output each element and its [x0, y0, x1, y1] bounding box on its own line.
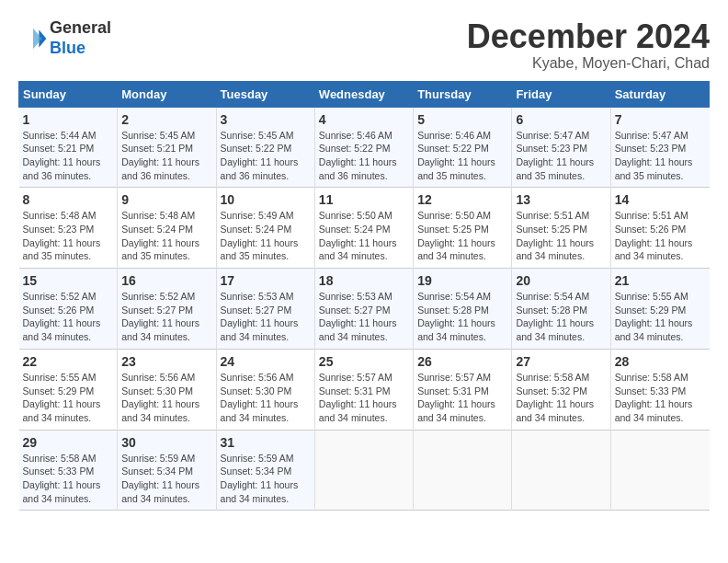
day-number: 8 — [23, 192, 114, 207]
day-number: 12 — [417, 192, 507, 207]
calendar-cell: 20Sunrise: 5:54 AM Sunset: 5:28 PM Dayli… — [512, 269, 610, 350]
calendar-cell: 23Sunrise: 5:56 AM Sunset: 5:30 PM Dayli… — [118, 349, 216, 430]
calendar-cell: 12Sunrise: 5:50 AM Sunset: 5:25 PM Dayli… — [414, 188, 512, 269]
day-info: Sunrise: 5:52 AM Sunset: 5:27 PM Dayligh… — [121, 290, 211, 344]
day-info: Sunrise: 5:50 AM Sunset: 5:25 PM Dayligh… — [417, 209, 507, 263]
day-header-wednesday: Wednesday — [314, 81, 413, 107]
day-number: 2 — [121, 112, 211, 127]
calendar-cell: 4Sunrise: 5:46 AM Sunset: 5:22 PM Daylig… — [314, 107, 413, 188]
day-number: 25 — [319, 354, 409, 369]
day-info: Sunrise: 5:45 AM Sunset: 5:22 PM Dayligh… — [221, 129, 311, 183]
logo-blue: Blue — [50, 39, 111, 59]
day-number: 20 — [516, 273, 606, 288]
day-number: 19 — [417, 273, 507, 288]
day-number: 18 — [319, 273, 409, 288]
week-row-1: 1Sunrise: 5:44 AM Sunset: 5:21 PM Daylig… — [19, 107, 710, 188]
calendar-cell: 25Sunrise: 5:57 AM Sunset: 5:31 PM Dayli… — [314, 349, 413, 430]
day-info: Sunrise: 5:58 AM Sunset: 5:33 PM Dayligh… — [23, 452, 114, 506]
calendar-cell: 15Sunrise: 5:52 AM Sunset: 5:26 PM Dayli… — [19, 269, 118, 350]
calendar-cell: 11Sunrise: 5:50 AM Sunset: 5:24 PM Dayli… — [314, 188, 413, 269]
location: Kyabe, Moyen-Chari, Chad — [467, 55, 710, 72]
day-number: 28 — [615, 354, 706, 369]
calendar-cell: 8Sunrise: 5:48 AM Sunset: 5:23 PM Daylig… — [19, 188, 118, 269]
day-number: 17 — [221, 273, 311, 288]
day-info: Sunrise: 5:57 AM Sunset: 5:31 PM Dayligh… — [417, 371, 507, 425]
calendar-cell: 26Sunrise: 5:57 AM Sunset: 5:31 PM Dayli… — [414, 349, 512, 430]
day-info: Sunrise: 5:51 AM Sunset: 5:25 PM Dayligh… — [516, 209, 606, 263]
calendar-cell: 17Sunrise: 5:53 AM Sunset: 5:27 PM Dayli… — [216, 269, 314, 350]
month-title: December 2024 — [467, 18, 710, 55]
day-number: 4 — [319, 112, 409, 127]
calendar-cell: 29Sunrise: 5:58 AM Sunset: 5:33 PM Dayli… — [19, 430, 118, 511]
day-info: Sunrise: 5:46 AM Sunset: 5:22 PM Dayligh… — [319, 129, 409, 183]
calendar-cell: 16Sunrise: 5:52 AM Sunset: 5:27 PM Dayli… — [118, 269, 216, 350]
day-info: Sunrise: 5:47 AM Sunset: 5:23 PM Dayligh… — [615, 129, 706, 183]
calendar-cell: 27Sunrise: 5:58 AM Sunset: 5:32 PM Dayli… — [512, 349, 610, 430]
day-info: Sunrise: 5:48 AM Sunset: 5:23 PM Dayligh… — [23, 209, 114, 263]
day-info: Sunrise: 5:56 AM Sunset: 5:30 PM Dayligh… — [121, 371, 211, 425]
week-row-4: 22Sunrise: 5:55 AM Sunset: 5:29 PM Dayli… — [19, 349, 710, 430]
calendar-cell: 22Sunrise: 5:55 AM Sunset: 5:29 PM Dayli… — [19, 349, 118, 430]
day-info: Sunrise: 5:55 AM Sunset: 5:29 PM Dayligh… — [615, 290, 706, 344]
day-number: 26 — [417, 354, 507, 369]
calendar-cell: 21Sunrise: 5:55 AM Sunset: 5:29 PM Dayli… — [610, 269, 709, 350]
calendar-cell: 31Sunrise: 5:59 AM Sunset: 5:34 PM Dayli… — [216, 430, 314, 511]
calendar-cell: 10Sunrise: 5:49 AM Sunset: 5:24 PM Dayli… — [216, 188, 314, 269]
week-row-5: 29Sunrise: 5:58 AM Sunset: 5:33 PM Dayli… — [19, 430, 710, 511]
week-row-2: 8Sunrise: 5:48 AM Sunset: 5:23 PM Daylig… — [19, 188, 710, 269]
day-info: Sunrise: 5:44 AM Sunset: 5:21 PM Dayligh… — [23, 129, 114, 183]
header-row: SundayMondayTuesdayWednesdayThursdayFrid… — [19, 81, 710, 107]
day-info: Sunrise: 5:59 AM Sunset: 5:34 PM Dayligh… — [121, 452, 211, 506]
day-info: Sunrise: 5:53 AM Sunset: 5:27 PM Dayligh… — [221, 290, 311, 344]
day-info: Sunrise: 5:49 AM Sunset: 5:24 PM Dayligh… — [221, 209, 311, 263]
calendar-cell: 9Sunrise: 5:48 AM Sunset: 5:24 PM Daylig… — [118, 188, 216, 269]
day-number: 1 — [23, 112, 114, 127]
title-block: December 2024 Kyabe, Moyen-Chari, Chad — [467, 18, 710, 72]
svg-marker-1 — [33, 28, 42, 48]
day-info: Sunrise: 5:58 AM Sunset: 5:33 PM Dayligh… — [615, 371, 706, 425]
day-header-thursday: Thursday — [414, 81, 512, 107]
page-header: General Blue December 2024 Kyabe, Moyen-… — [18, 18, 710, 72]
calendar-cell: 13Sunrise: 5:51 AM Sunset: 5:25 PM Dayli… — [512, 188, 610, 269]
day-number: 3 — [221, 112, 311, 127]
day-header-monday: Monday — [118, 81, 216, 107]
day-info: Sunrise: 5:50 AM Sunset: 5:24 PM Dayligh… — [319, 209, 409, 263]
calendar-cell — [512, 430, 610, 511]
day-info: Sunrise: 5:58 AM Sunset: 5:32 PM Dayligh… — [516, 371, 606, 425]
day-number: 11 — [319, 192, 409, 207]
logo: General Blue — [18, 18, 111, 58]
calendar-cell: 28Sunrise: 5:58 AM Sunset: 5:33 PM Dayli… — [610, 349, 709, 430]
day-number: 23 — [121, 354, 211, 369]
day-header-saturday: Saturday — [610, 81, 709, 107]
calendar-cell: 30Sunrise: 5:59 AM Sunset: 5:34 PM Dayli… — [118, 430, 216, 511]
calendar-cell: 6Sunrise: 5:47 AM Sunset: 5:23 PM Daylig… — [512, 107, 610, 188]
calendar-cell: 1Sunrise: 5:44 AM Sunset: 5:21 PM Daylig… — [19, 107, 118, 188]
day-number: 16 — [121, 273, 211, 288]
day-info: Sunrise: 5:47 AM Sunset: 5:23 PM Dayligh… — [516, 129, 606, 183]
day-number: 14 — [615, 192, 706, 207]
calendar-table: SundayMondayTuesdayWednesdayThursdayFrid… — [18, 81, 710, 511]
day-info: Sunrise: 5:46 AM Sunset: 5:22 PM Dayligh… — [417, 129, 507, 183]
day-number: 5 — [417, 112, 507, 127]
day-info: Sunrise: 5:59 AM Sunset: 5:34 PM Dayligh… — [221, 452, 311, 506]
calendar-cell: 3Sunrise: 5:45 AM Sunset: 5:22 PM Daylig… — [216, 107, 314, 188]
calendar-cell: 7Sunrise: 5:47 AM Sunset: 5:23 PM Daylig… — [610, 107, 709, 188]
day-number: 24 — [221, 354, 311, 369]
calendar-cell: 5Sunrise: 5:46 AM Sunset: 5:22 PM Daylig… — [414, 107, 512, 188]
calendar-cell: 19Sunrise: 5:54 AM Sunset: 5:28 PM Dayli… — [414, 269, 512, 350]
calendar-cell: 18Sunrise: 5:53 AM Sunset: 5:27 PM Dayli… — [314, 269, 413, 350]
logo-general: General — [50, 18, 111, 39]
calendar-cell: 24Sunrise: 5:56 AM Sunset: 5:30 PM Dayli… — [216, 349, 314, 430]
day-number: 30 — [121, 435, 211, 450]
calendar-cell — [610, 430, 709, 511]
day-number: 31 — [221, 435, 311, 450]
day-info: Sunrise: 5:57 AM Sunset: 5:31 PM Dayligh… — [319, 371, 409, 425]
day-number: 22 — [23, 354, 114, 369]
day-number: 7 — [615, 112, 706, 127]
calendar-cell: 14Sunrise: 5:51 AM Sunset: 5:26 PM Dayli… — [610, 188, 709, 269]
day-number: 29 — [23, 435, 114, 450]
day-info: Sunrise: 5:53 AM Sunset: 5:27 PM Dayligh… — [319, 290, 409, 344]
day-info: Sunrise: 5:48 AM Sunset: 5:24 PM Dayligh… — [121, 209, 211, 263]
logo-icon — [18, 24, 48, 53]
day-info: Sunrise: 5:51 AM Sunset: 5:26 PM Dayligh… — [615, 209, 706, 263]
